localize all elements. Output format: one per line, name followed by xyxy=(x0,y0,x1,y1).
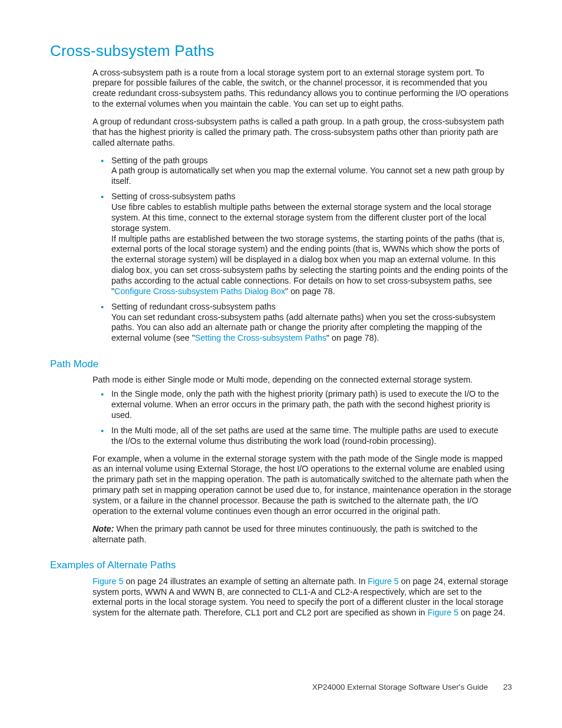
paragraph: A group of redundant cross-subsystem pat… xyxy=(92,117,512,149)
bullet-list: Setting of the path groups A path group … xyxy=(92,156,512,344)
text-segment: on page 24. xyxy=(458,608,505,617)
heading-examples-alternate-paths: Examples of Alternate Paths xyxy=(50,559,512,571)
list-item: In the Single mode, only the path with t… xyxy=(103,389,512,421)
footer-page-number: 23 xyxy=(503,683,512,691)
list-item: In the Multi mode, all of the set paths … xyxy=(103,426,512,447)
section-body: Path mode is either Single mode or Multi… xyxy=(92,375,512,545)
list-item-title: Setting of the path groups xyxy=(111,156,208,165)
list-item-text: A path group is automatically set when y… xyxy=(111,166,504,186)
list-item: Setting of cross-subsystem paths Use fib… xyxy=(103,192,512,297)
note-label: Note: xyxy=(92,524,114,533)
section-body: Figure 5 on page 24 illustrates an examp… xyxy=(92,577,512,618)
text-segment: on page 24 illustrates an example of set… xyxy=(123,577,368,586)
link-figure-5[interactable]: Figure 5 xyxy=(428,608,458,617)
section-body: A cross-subsystem path is a route from a… xyxy=(92,68,512,344)
list-item-text: " on page 78). xyxy=(326,333,379,342)
heading-cross-subsystem-paths: Cross-subsystem Paths xyxy=(50,41,512,61)
page-footer: XP24000 External Storage Software User's… xyxy=(312,683,512,693)
document-page: Cross-subsystem Paths A cross-subsystem … xyxy=(0,0,562,728)
footer-title: XP24000 External Storage Software User's… xyxy=(312,683,488,691)
list-item-title: Setting of cross-subsystem paths xyxy=(111,192,236,201)
paragraph: A cross-subsystem path is a route from a… xyxy=(92,68,512,110)
heading-path-mode: Path Mode xyxy=(50,358,512,370)
link-setting-paths[interactable]: Setting the Cross-subsystem Paths xyxy=(195,333,326,342)
list-item-text: Use fibre cables to establish multiple p… xyxy=(111,202,491,233)
note-text: When the primary path cannot be used for… xyxy=(92,524,478,544)
list-item-text: " on page 78. xyxy=(285,286,335,296)
note-paragraph: Note: When the primary path cannot be us… xyxy=(92,524,512,545)
link-figure-5[interactable]: Figure 5 xyxy=(368,577,398,586)
link-configure-dialog[interactable]: Configure Cross-subsystem Paths Dialog B… xyxy=(114,286,285,296)
list-item-title: Setting of redundant cross-subsystem pat… xyxy=(111,302,276,311)
list-item: Setting of the path groups A path group … xyxy=(103,156,512,187)
paragraph: Figure 5 on page 24 illustrates an examp… xyxy=(92,577,512,618)
paragraph: For example, when a volume in the extern… xyxy=(92,454,512,517)
link-figure-5[interactable]: Figure 5 xyxy=(92,577,123,586)
paragraph: Path mode is either Single mode or Multi… xyxy=(92,375,512,386)
list-item: Setting of redundant cross-subsystem pat… xyxy=(103,302,512,344)
bullet-list: In the Single mode, only the path with t… xyxy=(92,389,512,446)
